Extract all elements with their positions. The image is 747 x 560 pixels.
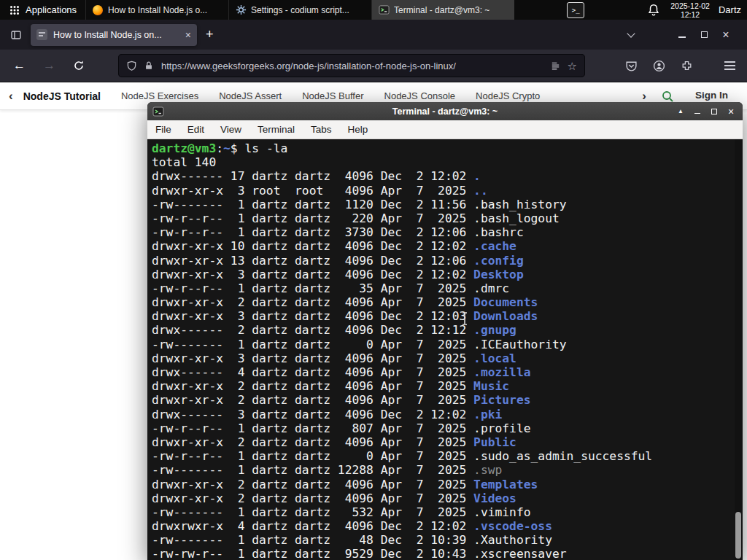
terminal-output-line: drwxr-xr-x 3 dartz dartz 4096 Apr 7 2025… [152, 351, 742, 365]
file-meta: drwxr-xr-x 10 dartz dartz 4096 Dec 2 12:… [152, 239, 473, 253]
terminal-output-line: -rw------- 1 dartz dartz 48 Dec 2 10:39 … [152, 533, 742, 547]
terminal-menu-view[interactable]: View [212, 124, 249, 135]
panel-clock[interactable]: 2025-12-02 12:12 [670, 1, 710, 19]
prompt-separator: : [216, 141, 223, 155]
nav-scroll-left-icon[interactable]: ‹ [9, 89, 13, 104]
window-close-button[interactable]: × [715, 25, 737, 45]
file-name: .config [473, 254, 524, 268]
file-name: Documents [473, 295, 538, 309]
firefox-icon [92, 4, 104, 16]
terminal-output-line: -rw------- 1 dartz dartz 0 Apr 7 2025 .I… [152, 338, 742, 351]
panel-window-button[interactable]: How to Install Node.js o... [85, 0, 228, 20]
terminal-output-line: drwxr-xr-x 2 dartz dartz 4096 Apr 7 2025… [152, 295, 742, 309]
reader-mode-icon[interactable] [550, 61, 561, 71]
prompt-symbol: $ [231, 141, 238, 155]
terminal-window: Terminal - dartz@vm3: ~ ▲ × FileEditView… [147, 102, 743, 560]
file-meta: drwxr-xr-x 2 dartz dartz 4096 Apr 7 2025 [152, 379, 473, 393]
window-minimize-button[interactable] [671, 25, 693, 45]
file-meta: -rw------- 1 dartz dartz 532 Apr 7 2025 [152, 505, 473, 519]
terminal-menu-tabs[interactable]: Tabs [303, 124, 340, 135]
gfg-nav-active-item[interactable]: NodeJS Tutorial [23, 90, 101, 102]
terminal-shade-button[interactable]: ▲ [675, 106, 686, 117]
forward-button[interactable]: → [43, 58, 55, 73]
bookmark-star-icon[interactable]: ☆ [568, 61, 577, 71]
terminal-minimize-button[interactable] [692, 106, 703, 117]
terminal-scrollbar-thumb[interactable] [735, 512, 741, 559]
tab-title: How to Install Node.js on... [53, 30, 179, 40]
file-name: .. [473, 184, 488, 198]
menu-hamburger-icon[interactable] [724, 65, 735, 66]
file-meta: drwx------ 17 dartz dartz 4096 Dec 2 12:… [152, 169, 473, 183]
file-meta: -rw------- 1 dartz dartz 48 Dec 2 10:39 [152, 533, 473, 547]
terminal-menu-help[interactable]: Help [340, 124, 376, 135]
gfg-nav-item[interactable]: NodeJS Buffer [302, 90, 363, 101]
terminal-output-line: -rw------- 1 dartz dartz 1120 Dec 2 11:5… [152, 198, 742, 211]
shield-icon[interactable] [126, 61, 137, 71]
terminal-menu-file[interactable]: File [147, 124, 179, 135]
terminal-titlebar[interactable]: Terminal - dartz@vm3: ~ ▲ × [147, 102, 743, 120]
sign-in-button[interactable]: Sign In [695, 90, 728, 101]
terminal-title: Terminal - dartz@vm3: ~ [147, 106, 743, 117]
terminal-close-button[interactable]: × [725, 106, 737, 117]
file-meta: drwxr-xr-x 3 dartz dartz 4096 Dec 2 12:0… [152, 268, 473, 281]
reload-icon[interactable] [73, 60, 85, 71]
terminal-menu-edit[interactable]: Edit [179, 124, 212, 135]
file-name: .ICEauthority [473, 338, 566, 351]
terminal-output-line: drwx------ 17 dartz dartz 4096 Dec 2 12:… [152, 169, 742, 183]
file-name: .cache [473, 239, 516, 253]
search-icon[interactable] [661, 90, 674, 103]
terminal-output-line: drwxr-xr-x 2 dartz dartz 4096 Apr 7 2025… [152, 379, 742, 393]
desktop: Applications How to Install Node.js o...… [0, 0, 747, 560]
terminal-output-line: -rw------- 1 dartz dartz 12288 Apr 7 202… [152, 463, 742, 477]
tab-close-icon[interactable]: × [185, 30, 191, 40]
applications-icon [9, 4, 20, 16]
file-name: .vscode-oss [473, 519, 552, 533]
applications-menu-button[interactable]: Applications [0, 0, 85, 20]
url-bar[interactable]: https://www.geeksforgeeks.org/node-js/in… [118, 54, 585, 77]
browser-tab[interactable]: How to Install Node.js on... × [31, 24, 197, 46]
new-tab-button[interactable]: + [206, 27, 214, 42]
panel-window-button[interactable]: Terminal - dartz@vm3: ~ [371, 0, 514, 20]
extensions-puzzle-icon[interactable] [681, 60, 693, 72]
window-maximize-button[interactable] [693, 25, 715, 45]
terminal-output-line: drwxr-xr-x 2 dartz dartz 4096 Apr 7 2025… [152, 435, 742, 449]
file-name: .xscreensaver [473, 547, 566, 560]
gfg-nav-item[interactable]: NodeJS Assert [219, 90, 282, 101]
file-meta: -rw-r--r-- 1 dartz dartz 3730 Dec 2 12:0… [152, 225, 473, 239]
terminal-output-line: drwxr-xr-x 10 dartz dartz 4096 Dec 2 12:… [152, 239, 742, 253]
back-button[interactable]: ← [13, 58, 26, 73]
terminal-output[interactable]: dartz@vm3:~$ls -latotal 140drwx------ 17… [148, 139, 742, 560]
url-text[interactable]: https://www.geeksforgeeks.org/node-js/in… [161, 61, 543, 71]
panel-username[interactable]: Dartz [719, 4, 741, 15]
gfg-nav-item[interactable]: NodeJS Exercises [121, 90, 198, 101]
file-name: .Xauthority [473, 533, 552, 547]
terminal-output-line: drwxr-xr-x 3 dartz dartz 4096 Dec 2 12:0… [152, 309, 742, 323]
terminal-menubar: FileEditViewTerminalTabsHelp [147, 120, 743, 139]
account-icon[interactable] [653, 60, 665, 72]
terminal-output-line: -rw-r--r-- 1 dartz dartz 3730 Dec 2 12:0… [152, 225, 742, 239]
firefox-view-icon[interactable] [9, 28, 23, 42]
desktop-panel: Applications How to Install Node.js o...… [0, 0, 747, 20]
file-name: . [473, 169, 481, 183]
terminal-output-line: -rw-r--r-- 1 dartz dartz 0 Apr 7 2025 .s… [152, 449, 742, 463]
file-name: Desktop [473, 268, 524, 281]
panel-window-buttons: How to Install Node.js o...Settings - co… [85, 0, 514, 20]
tray-terminal-icon[interactable]: >_ [567, 2, 584, 18]
gfg-nav-item[interactable]: NodeJS Crypto [476, 90, 540, 101]
notifications-bell-icon[interactable] [647, 4, 660, 17]
gfg-nav-item[interactable]: NodeJS Console [384, 90, 456, 101]
terminal-output-line: drwx------ 3 dartz dartz 4096 Dec 2 12:0… [152, 408, 742, 421]
clock-date: 2025-12-02 [670, 1, 710, 10]
lock-icon[interactable] [144, 61, 155, 71]
file-meta: drwx------ 3 dartz dartz 4096 Dec 2 12:0… [152, 408, 473, 421]
file-name: .local [473, 351, 516, 365]
pocket-icon[interactable] [625, 60, 638, 72]
panel-window-button[interactable]: Settings - codium script... [228, 0, 371, 20]
list-all-tabs-chevron-icon[interactable] [620, 25, 642, 45]
terminal-menu-terminal[interactable]: Terminal [249, 124, 303, 135]
file-name: .bash_history [473, 198, 566, 211]
terminal-maximize-button[interactable] [708, 106, 720, 117]
file-name: .swp [473, 463, 502, 477]
browser-tab-bar: How to Install Node.js on... × + × [0, 20, 747, 50]
terminal-scrollbar[interactable] [735, 139, 742, 560]
